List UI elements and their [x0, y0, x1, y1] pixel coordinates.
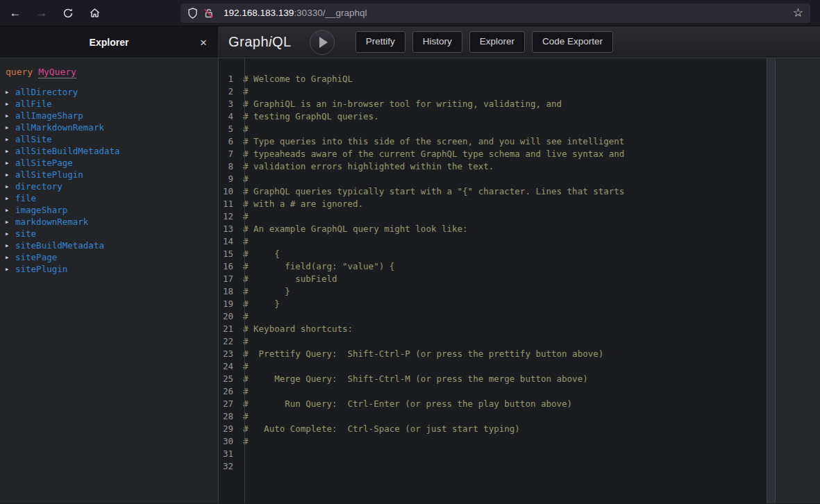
code-line[interactable]: 13 # An example GraphQL query might look… [219, 224, 767, 236]
field-name[interactable]: allSitePage [15, 158, 73, 168]
code-line[interactable]: 32 [219, 461, 767, 473]
back-icon[interactable]: ← [7, 5, 24, 22]
field-name[interactable]: allSiteBuildMetadata [15, 146, 120, 156]
code-line[interactable]: 4 # testing GraphQL queries. [219, 111, 767, 124]
field-name[interactable]: sitePage [15, 252, 57, 262]
code-line[interactable]: 31 [219, 448, 767, 461]
code-line[interactable]: 11 # with a # are ignored. [219, 199, 767, 211]
field-name[interactable]: file [15, 193, 36, 203]
explorer-field[interactable]: ▶ allSite [6, 133, 212, 145]
field-name[interactable]: siteBuildMetadata [15, 240, 104, 251]
chevron-right-icon[interactable]: ▶ [6, 184, 12, 190]
explorer-button[interactable]: Explorer [469, 31, 525, 52]
chevron-right-icon[interactable]: ▶ [6, 243, 12, 249]
field-name[interactable]: allSite [15, 134, 52, 144]
code-line[interactable]: 26 # [219, 386, 767, 398]
code-line[interactable]: 28 # [219, 411, 767, 423]
field-name[interactable]: site [15, 228, 36, 239]
chevron-right-icon[interactable]: ▶ [6, 219, 12, 225]
code-line[interactable]: 23 # Prettify Query: Shift-Ctrl-P (or pr… [219, 348, 767, 361]
code-line[interactable]: 18 # } [219, 286, 767, 299]
code-line[interactable]: 16 # field(arg: "value") { [219, 261, 767, 274]
explorer-field[interactable]: ▶ allSitePage [6, 157, 212, 169]
home-icon[interactable] [86, 5, 103, 22]
explorer-field[interactable]: ▶ directory [6, 180, 212, 192]
query-name-input[interactable]: MyQuery [38, 67, 76, 78]
code-line[interactable]: 15 # { [219, 249, 767, 261]
execute-query-button[interactable] [310, 30, 335, 55]
explorer-field[interactable]: ▶ sitePlugin [6, 263, 212, 275]
code-line[interactable]: 9 # [219, 174, 767, 186]
bookmark-star-icon[interactable]: ☆ [793, 6, 803, 20]
field-name[interactable]: allMarkdownRemark [15, 122, 104, 133]
url-bar[interactable]: 192.168.183.139:30330/__graphql ☆ [181, 3, 810, 23]
code-line[interactable]: 30 # [219, 436, 767, 448]
field-name[interactable]: allFile [15, 99, 52, 109]
query-row: query MyQuery [6, 67, 212, 78]
field-name[interactable]: markdownRemark [15, 217, 88, 227]
code-line[interactable]: 24 # [219, 361, 767, 373]
code-line[interactable]: 27 # Run Query: Ctrl-Enter (or press the… [219, 398, 767, 411]
code-line[interactable]: 8 # validation errors highlighted within… [219, 161, 767, 174]
code-line[interactable]: 25 # Merge Query: Shift-Ctrl-M (or press… [219, 373, 767, 386]
close-icon[interactable]: × [200, 36, 207, 48]
code-line[interactable]: 3 # GraphiQL is an in-browser tool for w… [219, 99, 767, 111]
code-line[interactable]: 12 # [219, 211, 767, 224]
chevron-right-icon[interactable]: ▶ [6, 267, 12, 272]
code-line[interactable]: 10 # GraphQL queries typically start wit… [219, 186, 767, 199]
chevron-right-icon[interactable]: ▶ [6, 137, 12, 142]
explorer-field[interactable]: ▶ sitePage [6, 251, 212, 263]
chevron-right-icon[interactable]: ▶ [6, 172, 12, 178]
chevron-right-icon[interactable]: ▶ [6, 160, 12, 166]
field-name[interactable]: directory [15, 181, 62, 192]
code-line[interactable]: 14 # [219, 236, 767, 249]
explorer-field[interactable]: ▶ markdownRemark [6, 216, 212, 228]
line-number: 16 [219, 261, 239, 274]
explorer-field[interactable]: ▶ allSiteBuildMetadata [6, 145, 212, 157]
field-name[interactable]: imageSharp [15, 205, 67, 215]
chevron-right-icon[interactable]: ▶ [6, 208, 12, 213]
code-exporter-button[interactable]: Code Exporter [532, 31, 613, 52]
field-name[interactable]: allDirectory [15, 87, 78, 97]
chevron-right-icon[interactable]: ▶ [6, 255, 12, 260]
code-line[interactable]: 6 # Type queries into this side of the s… [219, 136, 767, 149]
explorer-field[interactable]: ▶ site [6, 228, 212, 240]
code-line[interactable]: 19 # } [219, 299, 767, 311]
code-line[interactable]: 2 # [219, 86, 767, 99]
code-line[interactable]: 1 # Welcome to GraphiQL [219, 74, 767, 86]
explorer-field[interactable]: ▶ allDirectory [6, 86, 212, 98]
history-button[interactable]: History [412, 31, 462, 52]
explorer-field[interactable]: ▶ allFile [6, 98, 212, 110]
explorer-field[interactable]: ▶ siteBuildMetadata [6, 240, 212, 251]
explorer-field[interactable]: ▶ allImageSharp [6, 110, 212, 121]
chevron-right-icon[interactable]: ▶ [6, 90, 12, 95]
code-line[interactable]: 22 # [219, 336, 767, 348]
url-text[interactable]: 192.168.183.139:30330/__graphql [224, 8, 787, 18]
code-line[interactable]: 7 # typeaheads aware of the current Grap… [219, 149, 767, 161]
chevron-right-icon[interactable]: ▶ [6, 149, 12, 154]
explorer-field[interactable]: ▶ imageSharp [6, 204, 212, 216]
chevron-right-icon[interactable]: ▶ [6, 113, 12, 119]
code-line[interactable]: 20 # [219, 311, 767, 324]
chevron-right-icon[interactable]: ▶ [6, 196, 12, 201]
shield-icon[interactable] [187, 8, 198, 19]
explorer-field[interactable]: ▶ file [6, 192, 212, 204]
code-line[interactable]: 17 # subField [219, 274, 767, 286]
code-line[interactable]: 5 # [219, 124, 767, 136]
forward-icon[interactable]: → [33, 5, 50, 22]
chevron-right-icon[interactable]: ▶ [6, 125, 12, 131]
insecure-lock-icon[interactable] [203, 8, 214, 19]
explorer-field[interactable]: ▶ allSitePlugin [6, 169, 212, 180]
editor-scrollbar[interactable] [767, 58, 776, 503]
chevron-right-icon[interactable]: ▶ [6, 101, 12, 107]
reload-icon[interactable] [60, 5, 76, 22]
code-line[interactable]: 21 # Keyboard shortcuts: [219, 324, 767, 336]
code-line[interactable]: 29 # Auto Complete: Ctrl-Space (or just … [219, 423, 767, 436]
query-editor[interactable]: 1 # Welcome to GraphiQL 2 # 3 # GraphiQL… [219, 58, 767, 503]
field-name[interactable]: sitePlugin [15, 264, 67, 274]
field-name[interactable]: allSitePlugin [15, 169, 83, 180]
explorer-field[interactable]: ▶ allMarkdownRemark [6, 121, 212, 133]
field-name[interactable]: allImageSharp [15, 110, 83, 121]
prettify-button[interactable]: Prettify [355, 31, 405, 52]
chevron-right-icon[interactable]: ▶ [6, 231, 12, 237]
